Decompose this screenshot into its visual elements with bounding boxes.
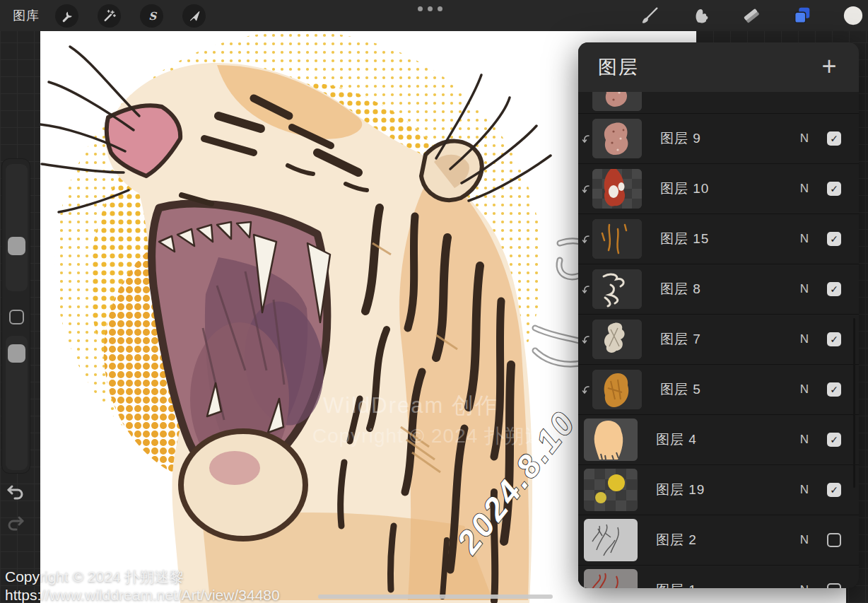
background-grid-patch xyxy=(696,31,868,42)
layers-panel-title: 图层 xyxy=(598,54,639,80)
tiger-chin xyxy=(181,431,305,539)
layer-name: 图层 10 xyxy=(660,180,792,198)
layer-row[interactable]: 图层 8 N xyxy=(578,264,859,314)
layers-panel-header: 图层 + xyxy=(578,42,859,92)
blend-mode-button[interactable]: N xyxy=(792,232,817,246)
layer-name: 图层 19 xyxy=(656,481,792,499)
layer-name: 图层 9 xyxy=(660,129,792,148)
canvas-sidebar xyxy=(1,158,30,474)
clipping-mask-icon xyxy=(578,335,592,344)
layer-row[interactable]: 图层 4 N xyxy=(578,415,859,464)
url-line: https://www.wilddream.net/Art/view/34480 xyxy=(5,586,280,603)
color-circle-icon xyxy=(843,5,864,26)
layer-visibility-checkbox[interactable] xyxy=(827,382,841,397)
layers-panel: 图层 + 图层 9 xyxy=(578,42,859,588)
layer-row[interactable]: 图层 7 N xyxy=(578,315,859,364)
blend-mode-button[interactable]: N xyxy=(792,583,817,588)
layer-name: 图层 5 xyxy=(660,380,792,399)
tiger-ear xyxy=(421,141,482,200)
layer-thumbnail xyxy=(584,569,638,588)
layer-row[interactable]: 图层 2 N xyxy=(578,515,859,565)
home-indicator[interactable] xyxy=(318,595,553,599)
selection-s-icon: S xyxy=(144,8,160,23)
layer-name: 图层 15 xyxy=(660,230,792,248)
actions-button[interactable] xyxy=(55,4,78,28)
more-options-button[interactable] xyxy=(418,6,442,11)
layer-row[interactable]: 图层 19 N xyxy=(578,465,859,515)
brush-tool-button[interactable] xyxy=(639,5,660,26)
layers-icon xyxy=(792,5,813,26)
layer-list: 图层 9 N 图层 10 N xyxy=(578,92,859,588)
transform-arrow-icon xyxy=(187,8,202,23)
layer-visibility-checkbox[interactable] xyxy=(827,332,841,346)
layer-name: 图层 1 xyxy=(656,581,792,588)
redo-icon xyxy=(6,513,25,532)
brush-size-slider[interactable] xyxy=(6,164,28,291)
add-layer-button[interactable]: + xyxy=(815,52,843,81)
layer-visibility-checkbox[interactable] xyxy=(827,433,841,447)
opacity-slider[interactable] xyxy=(6,336,28,470)
top-toolbar: 图库 S xyxy=(0,0,868,31)
layer-row[interactable]: 图层 15 N xyxy=(578,214,859,264)
blend-mode-button[interactable]: N xyxy=(792,332,817,346)
layer-thumbnail xyxy=(584,519,638,561)
modify-button[interactable] xyxy=(9,310,24,324)
layer-name: 图层 2 xyxy=(656,531,792,549)
clipping-mask-icon xyxy=(578,385,592,394)
layer-row[interactable]: 图层 5 N xyxy=(578,365,859,414)
color-swatch-button[interactable] xyxy=(843,5,864,26)
clipping-mask-icon xyxy=(578,235,592,244)
layer-name: 图层 8 xyxy=(660,280,792,298)
layers-panel-button[interactable] xyxy=(792,5,813,26)
layer-visibility-checkbox[interactable] xyxy=(827,483,841,497)
layer-thumbnail xyxy=(592,92,642,111)
magic-wand-icon xyxy=(102,8,117,23)
brush-size-handle[interactable] xyxy=(8,237,25,255)
wrench-icon xyxy=(59,8,75,23)
layer-row[interactable]: 图层 9 N xyxy=(578,114,859,163)
undo-icon xyxy=(6,481,25,501)
layer-row[interactable]: 图层 1 N xyxy=(578,566,859,588)
brush-icon xyxy=(639,5,660,26)
undo-button[interactable] xyxy=(6,481,25,501)
layer-thumbnail xyxy=(592,119,642,158)
svg-text:S: S xyxy=(148,10,157,23)
adjustments-button[interactable] xyxy=(98,4,121,28)
layer-name: 图层 7 xyxy=(660,330,792,349)
blend-mode-button[interactable]: N xyxy=(792,282,817,296)
canvas-watermark-title: WildDream 创作 xyxy=(323,393,498,418)
layer-thumbnail xyxy=(592,269,642,309)
clipping-mask-icon xyxy=(578,285,592,294)
layer-visibility-checkbox[interactable] xyxy=(827,232,841,246)
panel-scrollbar[interactable] xyxy=(853,318,855,488)
layer-row-partial[interactable] xyxy=(578,92,859,113)
eraser-tool-button[interactable] xyxy=(741,5,762,26)
clipping-mask-icon xyxy=(578,185,592,194)
smudge-finger-icon xyxy=(690,5,711,26)
blend-mode-button[interactable]: N xyxy=(792,533,817,547)
layer-row[interactable]: 图层 10 N xyxy=(578,164,859,213)
selection-button[interactable]: S xyxy=(140,4,163,28)
layer-visibility-checkbox[interactable] xyxy=(827,131,841,146)
layer-thumbnail xyxy=(592,370,642,409)
layer-thumbnail xyxy=(584,469,638,511)
redo-button[interactable] xyxy=(6,513,25,532)
blend-mode-button[interactable]: N xyxy=(792,433,817,447)
layer-thumbnail xyxy=(592,219,642,259)
blend-mode-button[interactable]: N xyxy=(792,131,817,146)
layer-visibility-checkbox[interactable] xyxy=(827,182,841,196)
smudge-tool-button[interactable] xyxy=(690,5,711,26)
layer-visibility-checkbox[interactable] xyxy=(827,282,841,296)
clipping-mask-icon xyxy=(578,134,592,144)
opacity-handle[interactable] xyxy=(8,344,25,363)
transform-button[interactable] xyxy=(182,4,206,28)
layer-visibility-checkbox[interactable] xyxy=(827,583,841,588)
blend-mode-button[interactable]: N xyxy=(792,182,817,196)
copyright-line: Copyright © 2024 扑朔迷黎 xyxy=(5,568,280,586)
copyright-overlay: Copyright © 2024 扑朔迷黎 https://www.wilddr… xyxy=(5,568,280,603)
blend-mode-button[interactable]: N xyxy=(792,382,817,397)
layer-visibility-checkbox[interactable] xyxy=(827,533,841,547)
blend-mode-button[interactable]: N xyxy=(792,483,817,497)
gallery-button[interactable]: 图库 xyxy=(13,7,40,24)
layer-thumbnail xyxy=(584,418,638,461)
